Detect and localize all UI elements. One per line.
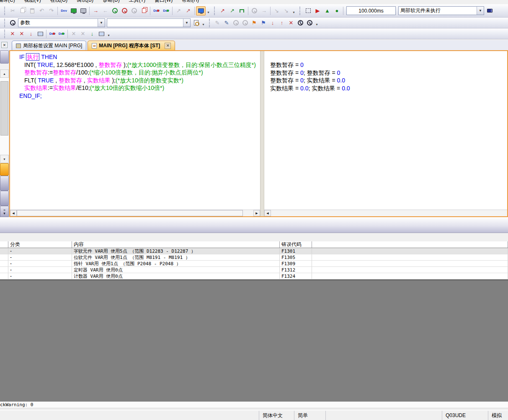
strip-scrollbar-thumb[interactable] — [0, 81, 8, 136]
paste-icon[interactable] — [27, 6, 37, 15]
comment-edit-icon[interactable]: ✎ — [222, 19, 231, 27]
device-monitor-icon[interactable]: Dev — [152, 6, 161, 15]
code-line[interactable]: IF 执行 THEN — [10, 53, 260, 61]
write-to-plc-icon[interactable]: → — [91, 6, 101, 15]
toolbar-overflow-icon[interactable]: ▾ — [206, 7, 211, 15]
build-icon[interactable]: ✕ — [69, 30, 78, 38]
toolbar-overflow-icon[interactable]: ▾ — [291, 7, 297, 15]
bookmark-icon[interactable]: ⚑ — [250, 19, 259, 27]
toolbar-overflow-icon[interactable]: ▾ — [314, 19, 320, 27]
editor-hscrollbar[interactable]: ◀ ▶ — [10, 210, 260, 216]
code-line[interactable]: FLT( TRUE , 整数暂存 , 实数结果 );(*放大10倍的整数变实数*… — [10, 77, 260, 85]
code-line[interactable]: INT( TRUE, 12.568*E1000 , 整数暂存 );(*放大100… — [10, 61, 260, 69]
device-batch-monitor-icon[interactable]: Dev — [161, 6, 171, 15]
find-target-combo[interactable]: ▼ — [107, 18, 191, 27]
select-mode-icon[interactable] — [303, 6, 313, 15]
toolbar-overflow-icon[interactable]: ▾ — [106, 30, 111, 38]
zoom-out-icon[interactable] — [305, 19, 314, 27]
find-in-document-icon[interactable] — [231, 19, 240, 27]
st-code-area[interactable]: IF 执行 THENINT( TRUE, 12.568*E1000 , 整数暂存… — [10, 51, 260, 210]
label-delete-icon[interactable]: ↓ — [26, 30, 36, 38]
combo-arrow-icon[interactable]: ▼ — [98, 19, 105, 27]
device-execution-combo[interactable]: 局部软元件未执行▼ — [398, 6, 484, 15]
verify-with-plc-icon[interactable] — [110, 6, 120, 15]
parameter-check-icon[interactable]: ✕ — [17, 30, 26, 38]
menu-item[interactable]: 工具(T) — [124, 0, 150, 4]
device-write-icon[interactable] — [139, 6, 149, 15]
menu-item[interactable]: 窗口(W) — [150, 0, 177, 4]
monitor-start-icon[interactable]: ↗ — [218, 6, 227, 15]
cut-icon[interactable]: ✂ — [8, 6, 18, 15]
convert-all-icon[interactable] — [97, 30, 106, 38]
simulation-screen-icon[interactable] — [69, 6, 78, 15]
device-comment-icon[interactable]: Dev — [59, 6, 69, 15]
scroll-left-button[interactable]: ◀ — [264, 210, 271, 216]
remote-operation-icon[interactable] — [129, 6, 139, 15]
watch-start-icon[interactable] — [250, 6, 259, 15]
strip-scroll-up-button[interactable]: ▲ — [0, 69, 9, 78]
panel-close-button[interactable]: ✕ — [1, 42, 8, 48]
warning-icon[interactable]: ▲ — [322, 6, 332, 15]
message-row[interactable]: -字软元件 VAR用 使用5点 （范围 D12283 - D12287 ）F13… — [0, 248, 508, 254]
step-stop-icon[interactable]: ↘ — [281, 6, 291, 15]
dock-panel-button[interactable] — [0, 191, 9, 206]
code-line[interactable]: 实数结果:=实数结果/E10;(*放大10倍的实数缩小10倍*) — [10, 84, 260, 92]
scrollbar-track[interactable] — [243, 210, 253, 216]
message-row[interactable]: -指针 VAR用 使用1点 （范围 P2048 - P2048 ）F1309 — [0, 261, 508, 267]
scrollbar-thumb[interactable] — [17, 210, 243, 216]
tab-local-label-settings[interactable]: 局部标签设置 MAIN [PRG] — [12, 41, 86, 50]
message-row[interactable]: -计数器 VAR用 使用0点F1324 — [0, 273, 508, 279]
menu-item[interactable]: 调试(B) — [72, 0, 98, 4]
label-table-icon[interactable] — [36, 30, 45, 38]
copy-icon[interactable] — [18, 6, 27, 15]
dock-panel-button[interactable] — [0, 176, 9, 191]
bookmark-delete-icon[interactable]: ✕ — [286, 19, 296, 27]
zoom-in-icon[interactable] — [296, 19, 305, 27]
monitor-hscrollbar[interactable]: ◀ — [264, 210, 507, 216]
scroll-left-button[interactable]: ◀ — [10, 210, 17, 216]
menu-item[interactable]: 帮助(H) — [177, 0, 204, 4]
device-read-icon[interactable] — [120, 6, 129, 15]
message-row[interactable]: -位软元件 VAR用 使用1点 （范围 M8191 - M8191 ）F1305 — [0, 254, 508, 261]
program-check-icon[interactable]: ✕ — [8, 30, 17, 38]
step-run-icon[interactable]: ↘ — [272, 6, 281, 15]
menu-item[interactable]: 编译(C) — [0, 0, 20, 4]
dock-panel-button[interactable] — [0, 50, 9, 64]
edit-icon[interactable]: ✎ — [213, 19, 222, 27]
menu-item[interactable]: 诊断(D) — [98, 0, 124, 4]
redo-icon[interactable]: ↷ — [46, 6, 56, 15]
ladder-monitor-icon[interactable]: ↗ — [174, 6, 183, 15]
cross-reference-icon[interactable] — [8, 19, 17, 27]
pane-splitter[interactable] — [260, 51, 264, 216]
pulse-monitor-icon[interactable] — [237, 6, 247, 15]
device-table-icon[interactable]: Dev — [57, 30, 66, 38]
data-select-combo[interactable]: 参数▼ — [18, 18, 105, 27]
error-icon[interactable]: ● — [332, 6, 342, 15]
menu-item[interactable]: 在线(O) — [46, 0, 72, 4]
strip-more-button[interactable]: » ▾ — [0, 206, 9, 217]
undo-icon[interactable]: ↶ — [37, 6, 46, 15]
dock-highlight-button[interactable] — [0, 163, 9, 176]
bookmark-list-icon[interactable]: ⚑ — [259, 19, 268, 27]
monitor-mode-icon[interactable] — [196, 6, 206, 15]
tab-close-button[interactable]: ✕ — [165, 43, 171, 49]
monitor-pane[interactable]: 整数暂存 = 0整数暂存 = 0; 整数暂存 = 0整数暂存 = 0; 实数结果… — [264, 51, 507, 216]
bookmark-next-icon[interactable]: ↓ — [268, 19, 277, 27]
scan-time-box[interactable]: 100.000ms — [346, 6, 396, 15]
scroll-right-button[interactable]: ▶ — [253, 210, 260, 216]
convert-icon[interactable]: ↓ — [88, 30, 97, 38]
menu-item[interactable]: 视图(V) — [20, 0, 46, 4]
local-device-icon[interactable] — [485, 6, 495, 15]
scrollbar-track[interactable] — [271, 210, 507, 216]
hmi-screen-icon[interactable] — [78, 6, 88, 15]
combo-arrow-icon[interactable]: ▼ — [477, 7, 484, 15]
tab-program-body[interactable]: stMAIN [PRG] 程序本体 [ST]✕ — [88, 41, 175, 50]
code-line[interactable]: 整数暂存:=整数暂存/100;(*缩小100倍整数，目的:抛弃小数点后两位*) — [10, 69, 260, 77]
strip-scrollbar-track[interactable] — [0, 78, 9, 155]
combo-arrow-icon[interactable]: ▼ — [183, 19, 190, 27]
read-from-plc-icon[interactable]: ← — [101, 6, 110, 15]
find-next-icon[interactable] — [240, 19, 250, 27]
entry-data-monitor-icon[interactable]: ↗ — [183, 6, 193, 15]
strip-scroll-down-button[interactable]: ▼ — [0, 155, 9, 163]
document-find-icon[interactable] — [191, 19, 201, 27]
